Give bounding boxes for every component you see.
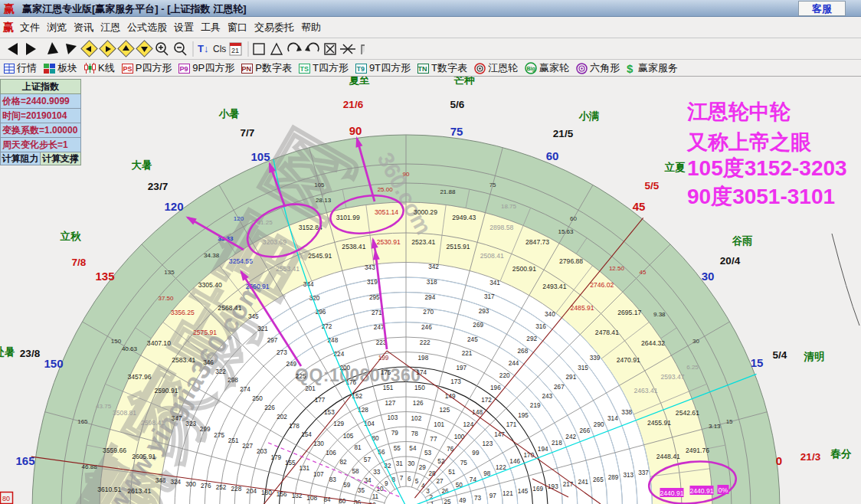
svg-text:295: 295 (369, 294, 380, 301)
svg-text:5/6: 5/6 (450, 99, 465, 110)
svg-text:58: 58 (352, 468, 359, 475)
svg-text:98: 98 (483, 470, 491, 477)
svg-text:27: 27 (437, 478, 444, 485)
svg-text:218: 218 (552, 440, 562, 447)
svg-text:252: 252 (216, 484, 227, 491)
svg-text:251: 251 (228, 437, 239, 444)
svg-text:80: 80 (2, 495, 10, 502)
svg-text:34.38: 34.38 (204, 252, 220, 259)
svg-text:Cls: Cls (213, 44, 226, 54)
svg-text:2493.41: 2493.41 (542, 283, 566, 290)
svg-text:79: 79 (391, 430, 399, 437)
svg-text:165: 165 (77, 418, 88, 425)
svg-text:101: 101 (434, 421, 444, 428)
svg-text:3254.55: 3254.55 (229, 257, 253, 265)
svg-text:77: 77 (430, 436, 437, 443)
svg-text:337: 337 (638, 470, 649, 476)
svg-text:江恩轮中轮: 江恩轮中轮 (686, 100, 791, 123)
svg-text:250: 250 (252, 395, 263, 402)
svg-text:2440.91: 2440.91 (660, 489, 683, 497)
svg-text:319: 319 (367, 279, 378, 286)
svg-text:21/6: 21/6 (343, 99, 364, 110)
svg-text:30: 30 (408, 460, 415, 467)
svg-text:130: 130 (313, 440, 324, 447)
svg-text:97: 97 (489, 493, 497, 499)
svg-text:55: 55 (394, 445, 401, 452)
svg-text:249: 249 (286, 361, 296, 368)
svg-text:171: 171 (506, 421, 517, 428)
svg-text:5: 5 (415, 478, 419, 485)
svg-text:107: 107 (313, 471, 324, 478)
svg-text:99: 99 (472, 450, 480, 457)
svg-text:25.00: 25.00 (378, 186, 394, 193)
svg-text:$: $ (627, 63, 633, 74)
svg-text:2545.91: 2545.91 (308, 252, 332, 260)
svg-text:60: 60 (570, 215, 577, 222)
svg-text:315: 315 (578, 365, 588, 371)
svg-text:2470.91: 2470.91 (617, 356, 640, 364)
svg-text:320: 320 (309, 295, 320, 302)
svg-text:2530.91: 2530.91 (377, 238, 401, 246)
svg-text:75: 75 (489, 182, 496, 188)
svg-text:5/4: 5/4 (773, 349, 787, 361)
svg-text:2949.43: 2949.43 (452, 214, 476, 221)
svg-text:2695.17: 2695.17 (617, 309, 641, 316)
svg-text:6: 6 (408, 476, 411, 483)
svg-text:169: 169 (532, 486, 543, 493)
svg-text:7/8: 7/8 (72, 257, 87, 268)
svg-text:314: 314 (607, 415, 618, 422)
svg-text:2598.41: 2598.41 (141, 419, 165, 427)
svg-text:3508.81: 3508.81 (113, 409, 136, 417)
svg-text:145: 145 (518, 488, 529, 495)
svg-text:340: 340 (545, 311, 555, 318)
svg-text:2542.61: 2542.61 (676, 409, 699, 417)
svg-text:178: 178 (289, 423, 300, 430)
svg-text:102: 102 (411, 415, 422, 422)
svg-text:135: 135 (164, 269, 175, 276)
svg-text:342: 342 (428, 263, 439, 270)
svg-text:9.38: 9.38 (653, 311, 666, 318)
svg-text:228: 228 (231, 486, 242, 493)
svg-text:346: 346 (203, 359, 214, 366)
svg-text:90: 90 (349, 124, 362, 137)
svg-text:317: 317 (484, 293, 495, 300)
svg-text:21/5: 21/5 (553, 128, 574, 139)
svg-text:立夏: 立夏 (664, 161, 686, 173)
svg-text:5/5: 5/5 (645, 180, 660, 191)
svg-text:202: 202 (277, 414, 287, 421)
svg-text:29: 29 (419, 464, 427, 471)
svg-text:30: 30 (692, 338, 699, 345)
svg-text:33: 33 (373, 469, 381, 476)
svg-text:196: 196 (490, 385, 501, 391)
svg-text:2485.91: 2485.91 (571, 304, 594, 312)
svg-text:341: 341 (489, 280, 500, 286)
svg-text:75: 75 (460, 460, 468, 466)
svg-text:120: 120 (234, 215, 244, 222)
svg-text:153: 153 (324, 409, 335, 416)
svg-text:244: 244 (509, 360, 519, 367)
svg-text:120: 120 (164, 200, 183, 213)
svg-text:又称上帝之眼: 又称上帝之眼 (686, 131, 812, 154)
svg-text:芒种: 芒种 (454, 77, 476, 86)
svg-text:7/7: 7/7 (241, 127, 255, 139)
svg-text:25: 25 (444, 499, 452, 504)
svg-text:267: 267 (554, 384, 565, 391)
svg-text:3000.29: 3000.29 (414, 208, 437, 216)
svg-text:270: 270 (423, 309, 434, 316)
svg-text:165: 165 (15, 454, 34, 467)
svg-text:300: 300 (185, 481, 196, 488)
svg-text:T9: T9 (356, 65, 365, 73)
svg-text:126: 126 (413, 400, 424, 407)
svg-text:268: 268 (518, 348, 529, 355)
svg-text:297: 297 (267, 337, 278, 344)
svg-text:15: 15 (726, 418, 733, 425)
svg-text:0%: 0% (719, 486, 728, 494)
svg-text:45: 45 (640, 269, 647, 276)
svg-text:2538.41: 2538.41 (342, 243, 365, 250)
svg-text:3457.96: 3457.96 (127, 373, 151, 381)
svg-text:59: 59 (343, 482, 351, 489)
svg-text:15: 15 (751, 356, 764, 369)
svg-text:347: 347 (172, 415, 182, 422)
svg-text:夏至: 夏至 (349, 77, 371, 86)
svg-text:2515.91: 2515.91 (447, 243, 470, 250)
